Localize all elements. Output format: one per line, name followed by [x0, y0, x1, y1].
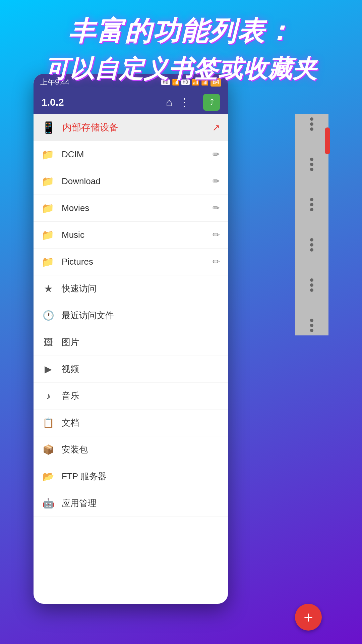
menu-label-images: 图片: [62, 336, 79, 348]
title-line1: 丰富的功能列表：: [0, 13, 362, 50]
edit-icon-music[interactable]: ✏: [213, 230, 220, 240]
dots-6: [310, 319, 313, 332]
dot: [310, 278, 313, 282]
storage-label: 内部存储设备: [62, 121, 212, 134]
menu-item-music-cat[interactable]: ♪ 音乐: [34, 383, 228, 410]
clock-icon: 🕐: [42, 310, 55, 321]
star-icon: ★: [42, 283, 55, 294]
folder-icon-movies: 📁: [42, 202, 55, 214]
app-version: 1.0.2: [42, 97, 64, 108]
dot: [310, 117, 313, 121]
app-titlebar: 1.0.2 ⌂ ⋮ ⤴: [34, 91, 228, 114]
storage-header[interactable]: 📱 内部存储设备 ↗: [34, 114, 228, 141]
doc-icon: 📋: [42, 417, 55, 428]
menu-item-appmanager[interactable]: 🤖 应用管理: [34, 490, 228, 517]
quick-menu-section: ★ 快速访问 🕐 最近访问文件 🖼 图片 ▶ 视频: [34, 275, 228, 463]
menu-label-apk: 安装包: [62, 444, 88, 455]
dot: [310, 122, 313, 126]
right-scrollbar: [295, 114, 328, 335]
dot: [310, 319, 313, 322]
folder-name-movies: Movies: [62, 203, 213, 213]
android-icon: 🤖: [42, 498, 55, 509]
storage-trend-icon: ↗: [212, 122, 220, 133]
dots-5: [310, 278, 313, 292]
menu-label-quick: 快速访问: [62, 283, 97, 294]
dots-1: [310, 117, 313, 131]
menu-label-appmanager: 应用管理: [62, 497, 97, 509]
edit-icon-download[interactable]: ✏: [213, 176, 220, 186]
background: 丰富的功能列表： 可以自定义书签或收藏夹 上午9:44 HD 📶 HD 📶 📶 …: [0, 0, 362, 644]
storage-phone-icon: 📱: [42, 121, 56, 134]
menu-item-images[interactable]: 🖼 图片: [34, 329, 228, 356]
menu-item-quick[interactable]: ★ 快速访问: [34, 275, 228, 302]
menu-label-recent: 最近访问文件: [62, 310, 114, 321]
bottom-menu-section: 📂 FTP 服务器 🤖 应用管理: [34, 463, 228, 517]
folder-item-download[interactable]: 📁 Download ✏: [34, 168, 228, 195]
edit-icon-pictures[interactable]: ✏: [213, 257, 220, 267]
folder-icon-music: 📁: [42, 229, 55, 241]
dot: [310, 198, 313, 201]
folder-item-pictures[interactable]: 📁 Pictures ✏: [34, 249, 228, 275]
ftp-icon: 📂: [42, 471, 55, 482]
dot: [310, 238, 313, 241]
menu-label-video: 视频: [62, 363, 79, 375]
scroll-handle[interactable]: [325, 127, 330, 154]
edit-icon-movies[interactable]: ✏: [213, 203, 220, 213]
fab-plus-icon: +: [304, 608, 313, 627]
top-text-container: 丰富的功能列表： 可以自定义书签或收藏夹: [0, 13, 362, 85]
menu-label-ftp: FTP 服务器: [62, 471, 107, 482]
share-icon: ⤴: [209, 97, 214, 108]
menu-item-docs[interactable]: 📋 文档: [34, 410, 228, 436]
dot: [310, 168, 313, 171]
phone-frame: 上午9:44 HD 📶 HD 📶 📶 84 1.0.2 ⌂ ⋮ ⤴: [34, 74, 228, 604]
dots-3: [310, 198, 313, 211]
dot: [310, 324, 313, 327]
folder-item-dcim[interactable]: 📁 DCIM ✏: [34, 141, 228, 168]
share-button[interactable]: ⤴: [203, 94, 220, 111]
apk-icon: 📦: [42, 444, 55, 455]
folder-item-movies[interactable]: 📁 Movies ✏: [34, 195, 228, 222]
menu-label-music-cat: 音乐: [62, 390, 79, 402]
dot: [310, 288, 313, 292]
more-icon[interactable]: ⋮: [179, 96, 190, 109]
menu-label-docs: 文档: [62, 417, 79, 429]
folder-item-music[interactable]: 📁 Music ✏: [34, 222, 228, 249]
video-icon: ▶: [42, 364, 55, 375]
menu-item-ftp[interactable]: 📂 FTP 服务器: [34, 463, 228, 490]
edit-icon-dcim[interactable]: ✏: [213, 149, 220, 160]
folder-name-download: Download: [62, 176, 213, 186]
dots-2: [310, 158, 313, 171]
fab-button[interactable]: +: [295, 604, 322, 631]
menu-item-apk[interactable]: 📦 安装包: [34, 436, 228, 463]
folder-section: 📁 DCIM ✏ 📁 Download ✏ 📁 Movies ✏: [34, 141, 228, 275]
dot: [310, 208, 313, 211]
dot: [310, 158, 313, 161]
dot: [310, 329, 313, 332]
folder-icon-dcim: 📁: [42, 149, 55, 160]
music-icon: ♪: [42, 391, 55, 401]
folder-name-dcim: DCIM: [62, 149, 213, 160]
home-icon[interactable]: ⌂: [166, 96, 172, 109]
image-icon: 🖼: [42, 337, 55, 348]
dot: [310, 203, 313, 206]
folder-icon-download: 📁: [42, 175, 55, 187]
dot: [310, 248, 313, 252]
folder-name-pictures: Pictures: [62, 257, 213, 267]
menu-item-video[interactable]: ▶ 视频: [34, 356, 228, 383]
dots-4: [310, 238, 313, 252]
dot: [310, 163, 313, 166]
folder-name-music: Music: [62, 230, 213, 240]
title-line2: 可以自定义书签或收藏夹: [0, 53, 362, 85]
dot: [310, 243, 313, 247]
dot: [310, 283, 313, 287]
menu-item-recent[interactable]: 🕐 最近访问文件: [34, 302, 228, 329]
drawer: 📱 内部存储设备 ↗ 📁 DCIM ✏ 📁 Download ✏: [34, 114, 228, 517]
dot: [310, 127, 313, 131]
folder-icon-pictures: 📁: [42, 256, 55, 268]
